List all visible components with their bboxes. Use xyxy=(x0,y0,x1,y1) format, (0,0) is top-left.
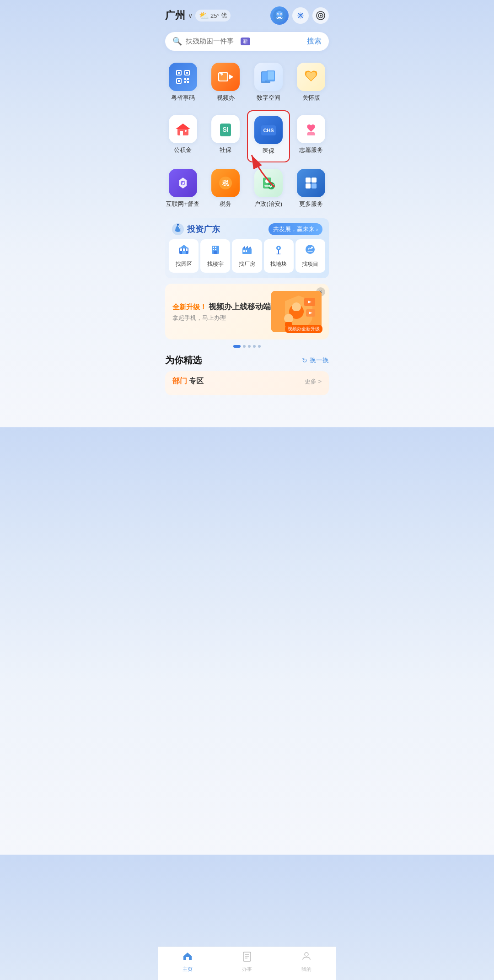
svg-rect-31 xyxy=(220,74,221,75)
icon-item-yueshengshima[interactable]: 粤省事码 xyxy=(161,58,204,108)
svg-rect-6 xyxy=(278,17,281,18)
icon-label-volunteer: 志愿服务 xyxy=(299,146,323,154)
invest-building-icon xyxy=(210,244,221,258)
svg-rect-63 xyxy=(180,248,182,251)
invest-item-park[interactable]: 找园区 xyxy=(169,239,199,273)
robot-avatar[interactable] xyxy=(270,6,289,25)
city-name[interactable]: 广州 xyxy=(165,9,185,22)
dot-3 xyxy=(248,345,251,348)
ad-text: 全新升级！ 视频办上线移动端 拿起手机，马上办理 xyxy=(172,302,271,322)
icon-item-gjj[interactable]: 公积金 xyxy=(161,110,204,162)
invest-park-icon xyxy=(178,244,189,258)
invest-item-land[interactable]: 找地块 xyxy=(264,239,294,273)
svg-rect-66 xyxy=(182,251,186,254)
icon-label-internet: 互联网+督查 xyxy=(166,200,199,208)
invest-logo-text: 投资广东 xyxy=(187,224,220,235)
icon-item-internet[interactable]: ★ 互联网+督查 xyxy=(161,164,204,215)
featured-refresh-button[interactable]: ↻ 换一换 xyxy=(302,356,329,365)
weather-box: ⛅ 25° 优 xyxy=(195,10,231,22)
svg-text:SI: SI xyxy=(223,126,229,133)
featured-title: 为你精选 xyxy=(165,354,202,366)
icon-item-shebao[interactable]: SI 社保 xyxy=(204,110,247,162)
svg-point-83 xyxy=(306,245,315,254)
svg-point-81 xyxy=(278,247,279,249)
svg-rect-57 xyxy=(311,178,317,183)
svg-rect-71 xyxy=(213,249,214,250)
invest-item-project[interactable]: 找项目 xyxy=(295,239,325,273)
icon-grid-row2: 公积金 SI 社保 CHS 医保 xyxy=(158,110,336,162)
svg-rect-58 xyxy=(306,183,311,188)
svg-point-12 xyxy=(320,15,322,16)
icon-item-tax[interactable]: 税 税务 xyxy=(204,164,247,215)
camera-button[interactable] xyxy=(312,7,329,24)
svg-rect-24 xyxy=(184,81,186,83)
search-bar[interactable]: 🔍 扶残助困一件事 新 搜索 xyxy=(165,32,329,51)
ad-subtitle: 拿起手机，马上办理 xyxy=(172,314,271,322)
city-dropdown-icon[interactable]: ∨ xyxy=(188,12,193,19)
svg-point-5 xyxy=(281,14,282,15)
dept-card: 部门 专区 更多 > xyxy=(165,371,329,395)
svg-rect-56 xyxy=(306,178,311,183)
icon-item-huzheng[interactable]: 户政(治安) xyxy=(247,164,290,215)
refresh-icon: ↻ xyxy=(302,357,307,364)
icon-item-volunteer[interactable]: 志愿服务 xyxy=(290,110,333,162)
svg-rect-70 xyxy=(215,247,216,248)
icon-item-yibao[interactable]: CHS 医保 xyxy=(247,110,290,162)
invest-header: 投资广东 共发展，赢未来 › xyxy=(165,218,329,239)
svg-rect-15 xyxy=(178,72,180,74)
svg-rect-72 xyxy=(215,249,216,250)
icon-box-videoban xyxy=(211,63,240,91)
icon-label-tax: 税务 xyxy=(220,200,231,208)
invest-park-label: 找园区 xyxy=(176,260,192,268)
svg-rect-23 xyxy=(187,78,189,80)
icon-item-videoban[interactable]: 视频办 xyxy=(204,58,247,108)
search-button[interactable]: 搜索 xyxy=(307,37,322,46)
svg-rect-40 xyxy=(180,131,183,135)
svg-rect-18 xyxy=(186,72,188,74)
icon-label-videoban: 视频办 xyxy=(217,94,235,102)
dept-more-button[interactable]: 更多 > xyxy=(305,377,322,386)
svg-marker-76 xyxy=(245,246,248,248)
icon-item-care[interactable]: 关怀版 xyxy=(290,58,333,108)
icon-label-yueshengshima: 粤省事码 xyxy=(171,94,195,102)
icon-item-more[interactable]: 更多服务 xyxy=(290,164,333,215)
svg-point-84 xyxy=(311,247,313,248)
invest-land-icon xyxy=(273,244,284,258)
icon-box-more xyxy=(297,169,325,197)
invest-slogan[interactable]: 共发展，赢未来 › xyxy=(268,223,322,235)
svg-point-87 xyxy=(292,302,301,312)
ad-upgrade-badge: 视频办全新升级 xyxy=(285,325,322,333)
icon-box-huzheng xyxy=(254,169,283,197)
icon-label-gjj: 公积金 xyxy=(174,146,192,154)
invest-item-building[interactable]: 找楼宇 xyxy=(200,239,230,273)
ad-image: 视频办全新升级 xyxy=(271,291,322,332)
svg-point-93 xyxy=(284,314,293,323)
svg-point-54 xyxy=(265,179,269,183)
invest-factory-icon xyxy=(242,244,252,258)
icon-box-yibao: CHS xyxy=(254,116,283,144)
svg-rect-59 xyxy=(311,183,317,188)
svg-marker-67 xyxy=(179,245,188,248)
dot-1 xyxy=(233,345,241,348)
icon-item-digital[interactable]: 数字空间 xyxy=(247,58,290,108)
svg-point-61 xyxy=(177,224,179,226)
invest-slogan-text: 共发展，赢未来 xyxy=(273,225,315,233)
invest-item-factory[interactable]: 找厂房 xyxy=(232,239,262,273)
weather-quality: 优 xyxy=(221,11,227,20)
weather-icon: ⛅ xyxy=(199,11,209,21)
svg-text:税: 税 xyxy=(222,179,229,187)
icon-label-yibao: 医保 xyxy=(263,147,274,155)
icon-grid-row1: 粤省事码 视频办 xyxy=(158,58,336,108)
location-button[interactable] xyxy=(292,7,309,24)
icon-box-digital xyxy=(254,63,283,91)
svg-marker-75 xyxy=(242,246,245,248)
invest-land-label: 找地块 xyxy=(270,260,287,268)
pagination-dots xyxy=(158,345,336,348)
svg-rect-21 xyxy=(178,80,180,82)
dot-2 xyxy=(243,345,246,348)
svg-point-82 xyxy=(276,253,281,255)
featured-section-header: 为你精选 ↻ 换一换 xyxy=(158,354,336,371)
app-header: 广州 ∨ ⛅ 25° 优 xyxy=(158,0,336,28)
svg-rect-36 xyxy=(268,71,274,80)
icon-box-gjj xyxy=(169,115,197,143)
